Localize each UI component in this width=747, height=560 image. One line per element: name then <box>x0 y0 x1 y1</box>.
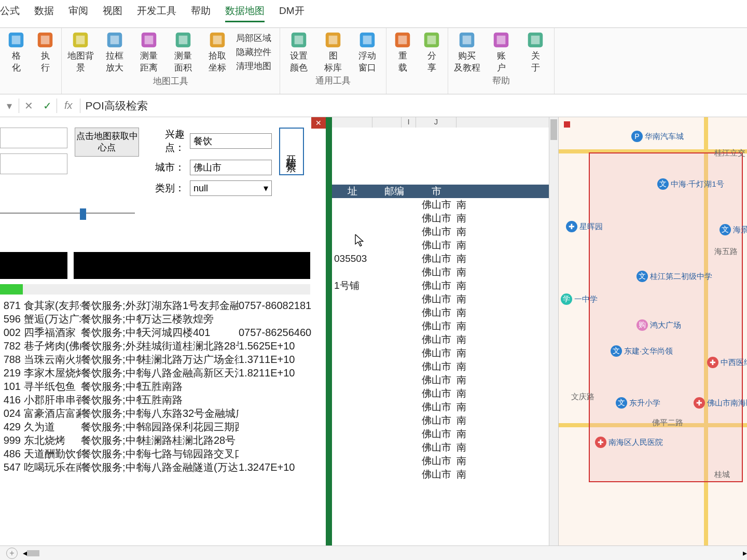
map-view[interactable]: P华南汽车城桂江立交文中海·千灯湖1号✚星晖园文海景花园海五路文桂江第二初级中学… <box>558 117 747 560</box>
table-row[interactable]: 596蟹逅(万达广场餐饮服务;中餐万达三楼敦煌旁 <box>0 312 326 326</box>
table-row[interactable]: 佛山市南 <box>332 346 558 360</box>
ribbon-button[interactable]: 账户 <box>487 30 516 74</box>
poi-input[interactable] <box>190 133 272 149</box>
map-poi[interactable]: ✚中西医结合医 <box>707 357 747 368</box>
map-poi[interactable]: 文海景花园 <box>720 224 747 235</box>
table-row[interactable]: 035503佛山市南 <box>332 252 558 265</box>
poi-label: 兴趣点： <box>146 128 185 155</box>
ribbon-button[interactable]: 图标库 <box>319 30 348 74</box>
cell: 桂澜北路万达广场金街 <box>141 353 239 367</box>
table-row[interactable]: 416小郡肝串串香餐饮服务;中餐五胜南路 <box>0 393 326 407</box>
table-row[interactable]: 佛山市南 <box>332 198 558 212</box>
table-row[interactable]: 1号铺佛山市南 <box>332 279 558 292</box>
fx-label[interactable]: fx <box>57 100 80 111</box>
center-coord-input[interactable] <box>0 128 67 148</box>
svg-rect-13 <box>213 36 222 45</box>
table-row[interactable]: 佛山市南 <box>332 454 558 468</box>
table-row[interactable]: 佛山市南 <box>332 441 558 454</box>
ribbon-button[interactable]: 测量面积 <box>169 30 198 74</box>
ribbon-button[interactable]: 地图背景 <box>66 30 95 74</box>
close-icon[interactable]: ✕ <box>311 117 326 129</box>
map-poi[interactable]: ✚南海区人民医院 <box>595 437 663 448</box>
table-row[interactable]: 002四季福酒家餐饮服务;中餐天河城四楼4010757-86256460 <box>0 326 326 339</box>
ribbon-button[interactable]: 浮动窗口 <box>353 30 382 74</box>
category-select[interactable]: null ▾ <box>190 180 272 196</box>
start-search-button[interactable]: 开始检索 <box>279 128 304 175</box>
map-poi[interactable]: 文东升小学 <box>616 397 660 409</box>
col-header-J[interactable]: J <box>416 117 457 128</box>
vertical-splitter[interactable] <box>326 117 332 560</box>
add-sheet-button[interactable]: + <box>6 548 18 559</box>
col-header[interactable] <box>332 117 372 128</box>
radius-slider[interactable] <box>0 205 135 221</box>
ribbon-button[interactable]: 关于 <box>521 30 550 74</box>
table-row[interactable]: 429久为道餐饮服务;中餐锦园路保利花园三期西门 <box>0 420 326 433</box>
center-coord-input-2[interactable] <box>0 153 67 174</box>
map-poi[interactable]: 文东建·文华尚领 <box>611 345 673 357</box>
map-poi[interactable]: 文中海·千灯湖1号 <box>657 178 724 190</box>
menu-item[interactable]: 开发工具 <box>137 4 176 22</box>
table-row[interactable]: 782巷子烤肉(佛山餐饮服务;外卖桂城街道桂澜北路28号1.5625E+10 <box>0 339 326 353</box>
table-row[interactable]: 佛山市南 <box>332 387 558 400</box>
map-poi[interactable]: P华南汽车城 <box>631 131 684 142</box>
menu-item[interactable]: 视图 <box>103 4 122 22</box>
table-row[interactable]: 佛山市南 <box>332 319 558 333</box>
cancel-icon[interactable]: ✕ <box>19 100 38 112</box>
table-row[interactable]: 486天道酬勤饮食餐饮服务;中餐海七路与锦园路交叉口南100米 <box>0 447 326 460</box>
cell: 南 <box>457 468 469 481</box>
table-row[interactable]: 佛山市南 <box>332 265 558 279</box>
table-row[interactable]: 佛山市南 <box>332 333 558 346</box>
formula-value[interactable]: POI高级检索 <box>80 99 148 113</box>
col-header-I[interactable]: I <box>402 117 416 128</box>
table-row[interactable]: 999东北烧烤餐饮服务;中餐桂澜路桂澜北路28号 <box>0 433 326 447</box>
col-header[interactable] <box>372 117 402 128</box>
ribbon-button[interactable]: 格化 <box>4 30 28 74</box>
ribbon-button[interactable]: 分享 <box>420 30 444 74</box>
table-row[interactable]: 佛山市南 <box>332 239 558 252</box>
map-poi[interactable]: 学一中学 <box>561 293 598 305</box>
table-row[interactable]: 871食其家(友邦金餐饮服务;外卖灯湖东路1号友邦金融0757-86082181 <box>0 299 326 312</box>
menu-item[interactable]: 数据地图 <box>225 4 265 22</box>
table-row[interactable]: 547吃喝玩乐在南餐饮服务;中餐海八路金融隧道(万达1.3247E+10 <box>0 460 326 474</box>
menu-item[interactable]: 数据 <box>34 4 54 22</box>
horizontal-scrollbar[interactable]: ◂▸ <box>23 548 747 558</box>
get-center-button[interactable]: 点击地图获取中心点 <box>75 128 139 157</box>
table-row[interactable]: 佛山市南 <box>332 212 558 225</box>
ribbon-text-button[interactable]: 局部区域 <box>236 32 271 44</box>
table-row[interactable]: 佛山市南 <box>332 400 558 414</box>
menu-item[interactable]: 帮助 <box>191 4 211 22</box>
table-row[interactable]: 101寻半纸包鱼餐饮服务;中餐五胜南路 <box>0 380 326 393</box>
table-row[interactable]: 佛山市南 <box>332 468 558 481</box>
table-row[interactable]: 219李家木屋烧烤餐饮服务;中餐海八路金融高新区天河1.8211E+10 <box>0 366 326 380</box>
ribbon-button[interactable]: 拾取坐标 <box>203 30 232 74</box>
ribbon-button[interactable]: 执行 <box>33 30 57 74</box>
table-row[interactable]: 佛山市南 <box>332 427 558 441</box>
map-poi[interactable]: 文桂江第二初级中学 <box>637 271 712 282</box>
table-row[interactable]: 佛山市南 <box>332 306 558 319</box>
city-input[interactable] <box>190 160 272 175</box>
table-row[interactable]: 佛山市南 <box>332 414 558 427</box>
ribbon-text-button[interactable]: 清理地图 <box>236 60 271 72</box>
ribbon-text-button[interactable]: 隐藏控件 <box>236 46 271 58</box>
ribbon-button[interactable]: 拉框放大 <box>100 30 129 74</box>
table-row[interactable]: 佛山市南 <box>332 360 558 373</box>
vertical-scrollbar[interactable] <box>549 117 558 560</box>
table-row[interactable]: 024富豪酒店富豪餐饮服务;中餐海八东路32号金融城广场富豪酒店5楼 <box>0 407 326 420</box>
namebox-dropdown[interactable]: ▾ <box>0 100 19 112</box>
ribbon-button[interactable]: 设置颜色 <box>284 30 313 74</box>
table-row[interactable]: 788当珠云南火塘餐饮服务;中餐桂澜北路万达广场金街1.3711E+10 <box>0 353 326 366</box>
confirm-icon[interactable]: ✓ <box>38 100 57 112</box>
menu-item[interactable]: DM开 <box>279 4 305 22</box>
ribbon-button[interactable]: 重载 <box>391 30 414 74</box>
table-row[interactable]: 佛山市南 <box>332 225 558 239</box>
table-row[interactable]: 佛山市南 <box>332 292 558 306</box>
menu-item[interactable]: 审阅 <box>68 4 88 22</box>
menu-item[interactable]: 公式 <box>0 4 20 22</box>
map-poi[interactable]: 购鸿大广场 <box>637 319 681 331</box>
ribbon-button[interactable]: 测量距离 <box>134 30 163 74</box>
table-row[interactable]: 佛山市南 <box>332 373 558 387</box>
map-poi[interactable]: ✚佛山市南海区桂城医院 <box>694 397 747 409</box>
map-poi[interactable]: ✚星晖园 <box>566 221 603 232</box>
ribbon-button[interactable]: 购买及教程 <box>452 30 481 74</box>
slider-thumb[interactable] <box>80 208 86 220</box>
